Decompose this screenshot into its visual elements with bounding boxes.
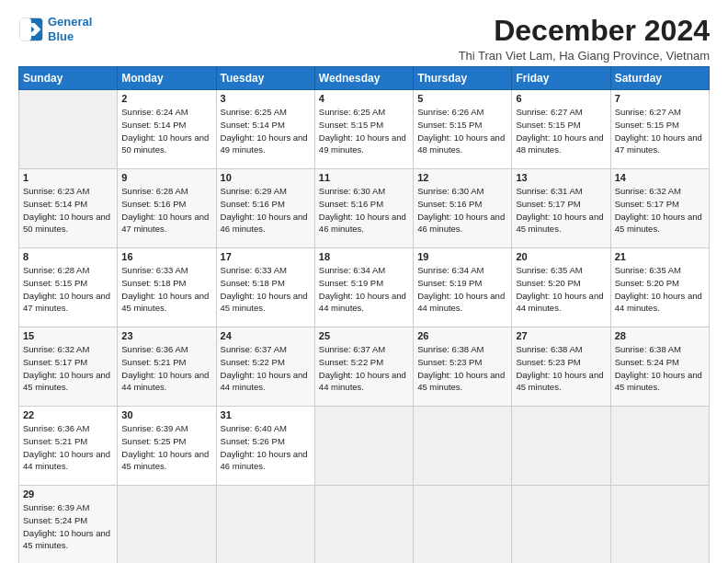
table-row: 9Sunrise: 6:28 AMSunset: 5:16 PMDaylight…: [118, 169, 216, 248]
day-number: 14: [615, 172, 705, 183]
day-info: Sunrise: 6:40 AMSunset: 5:26 PMDaylight:…: [221, 422, 311, 473]
page: General Blue December 2024 Thi Tran Viet…: [0, 0, 728, 563]
col-sunday: Sunday: [19, 67, 118, 90]
day-number: 11: [319, 172, 409, 183]
day-info: Sunrise: 6:31 AMSunset: 5:17 PMDaylight:…: [516, 185, 606, 236]
day-number: 25: [319, 330, 409, 341]
logo-general: General: [48, 15, 92, 29]
day-info: Sunrise: 6:37 AMSunset: 5:22 PMDaylight:…: [319, 343, 409, 394]
day-info: Sunrise: 6:28 AMSunset: 5:16 PMDaylight:…: [121, 185, 211, 236]
day-info: Sunrise: 6:32 AMSunset: 5:17 PMDaylight:…: [23, 343, 113, 394]
table-row: [610, 407, 709, 486]
calendar-row: 2Sunrise: 6:24 AMSunset: 5:14 PMDaylight…: [19, 90, 710, 169]
header: General Blue December 2024 Thi Tran Viet…: [18, 15, 710, 63]
col-friday: Friday: [512, 67, 610, 90]
table-row: [512, 407, 610, 486]
col-monday: Monday: [118, 67, 216, 90]
table-row: 29Sunrise: 6:39 AMSunset: 5:24 PMDayligh…: [19, 486, 118, 563]
table-row: 11Sunrise: 6:30 AMSunset: 5:16 PMDayligh…: [314, 169, 413, 248]
day-number: 13: [516, 172, 606, 183]
day-info: Sunrise: 6:32 AMSunset: 5:17 PMDaylight:…: [615, 185, 705, 236]
day-number: 26: [417, 330, 507, 341]
table-row: 16Sunrise: 6:33 AMSunset: 5:18 PMDayligh…: [118, 248, 216, 327]
day-info: Sunrise: 6:35 AMSunset: 5:20 PMDaylight:…: [615, 264, 705, 315]
table-row: 13Sunrise: 6:31 AMSunset: 5:17 PMDayligh…: [512, 169, 610, 248]
calendar-header: Sunday Monday Tuesday Wednesday Thursday…: [19, 67, 710, 90]
table-row: 27Sunrise: 6:38 AMSunset: 5:23 PMDayligh…: [512, 327, 610, 407]
table-row: [118, 486, 216, 563]
day-number: 4: [319, 93, 409, 104]
table-row: 14Sunrise: 6:32 AMSunset: 5:17 PMDayligh…: [610, 169, 709, 248]
day-number: 10: [221, 172, 311, 183]
table-row: 23Sunrise: 6:36 AMSunset: 5:21 PMDayligh…: [118, 327, 216, 407]
calendar-table: Sunday Monday Tuesday Wednesday Thursday…: [18, 66, 710, 563]
table-row: 20Sunrise: 6:35 AMSunset: 5:20 PMDayligh…: [512, 248, 610, 327]
day-number: 24: [221, 330, 311, 341]
logo-blue: Blue: [48, 29, 74, 43]
day-info: Sunrise: 6:38 AMSunset: 5:24 PMDaylight:…: [615, 343, 705, 394]
day-info: Sunrise: 6:33 AMSunset: 5:18 PMDaylight:…: [121, 264, 211, 315]
table-row: [216, 486, 314, 563]
day-number: 18: [319, 251, 409, 262]
table-row: 10Sunrise: 6:29 AMSunset: 5:16 PMDayligh…: [216, 169, 314, 248]
logo-text: General Blue: [48, 15, 92, 43]
calendar-row: 22Sunrise: 6:36 AMSunset: 5:21 PMDayligh…: [19, 407, 710, 486]
day-info: Sunrise: 6:25 AMSunset: 5:15 PMDaylight:…: [319, 106, 409, 156]
day-number: 3: [221, 93, 311, 104]
day-info: Sunrise: 6:26 AMSunset: 5:15 PMDaylight:…: [417, 106, 507, 156]
day-info: Sunrise: 6:30 AMSunset: 5:16 PMDaylight:…: [319, 185, 409, 236]
table-row: 2Sunrise: 6:24 AMSunset: 5:14 PMDaylight…: [118, 90, 216, 169]
table-row: 5Sunrise: 6:26 AMSunset: 5:15 PMDaylight…: [414, 90, 512, 169]
table-row: [414, 407, 512, 486]
calendar-row: 15Sunrise: 6:32 AMSunset: 5:17 PMDayligh…: [19, 327, 710, 407]
day-number: 1: [23, 172, 113, 183]
header-row: Sunday Monday Tuesday Wednesday Thursday…: [19, 67, 710, 90]
day-number: 29: [23, 488, 113, 500]
table-row: 15Sunrise: 6:32 AMSunset: 5:17 PMDayligh…: [19, 327, 118, 407]
day-info: Sunrise: 6:23 AMSunset: 5:14 PMDaylight:…: [23, 185, 113, 236]
day-info: Sunrise: 6:36 AMSunset: 5:21 PMDaylight:…: [121, 343, 211, 394]
table-row: 21Sunrise: 6:35 AMSunset: 5:20 PMDayligh…: [610, 248, 709, 327]
logo-icon: [18, 17, 44, 42]
table-row: 19Sunrise: 6:34 AMSunset: 5:19 PMDayligh…: [414, 248, 512, 327]
day-info: Sunrise: 6:36 AMSunset: 5:21 PMDaylight:…: [23, 422, 113, 473]
day-info: Sunrise: 6:24 AMSunset: 5:14 PMDaylight:…: [121, 106, 211, 156]
day-info: Sunrise: 6:34 AMSunset: 5:19 PMDaylight:…: [417, 264, 507, 315]
day-info: Sunrise: 6:35 AMSunset: 5:20 PMDaylight:…: [516, 264, 606, 315]
subtitle: Thi Tran Viet Lam, Ha Giang Province, Vi…: [459, 49, 710, 63]
day-info: Sunrise: 6:27 AMSunset: 5:15 PMDaylight:…: [615, 106, 705, 156]
calendar-body: 2Sunrise: 6:24 AMSunset: 5:14 PMDaylight…: [19, 90, 710, 563]
table-row: 30Sunrise: 6:39 AMSunset: 5:25 PMDayligh…: [118, 407, 216, 486]
table-row: [414, 486, 512, 563]
day-number: 12: [417, 172, 507, 183]
table-row: 24Sunrise: 6:37 AMSunset: 5:22 PMDayligh…: [216, 327, 314, 407]
day-number: 19: [417, 251, 507, 262]
col-tuesday: Tuesday: [216, 67, 314, 90]
table-row: 17Sunrise: 6:33 AMSunset: 5:18 PMDayligh…: [216, 248, 314, 327]
table-row: [19, 90, 118, 169]
day-info: Sunrise: 6:27 AMSunset: 5:15 PMDaylight:…: [516, 106, 606, 156]
day-number: 8: [23, 251, 113, 262]
day-number: 22: [23, 409, 113, 420]
day-number: 7: [615, 93, 705, 104]
day-info: Sunrise: 6:33 AMSunset: 5:18 PMDaylight:…: [221, 264, 311, 315]
day-number: 27: [516, 330, 606, 341]
day-number: 5: [417, 93, 507, 104]
day-info: Sunrise: 6:28 AMSunset: 5:15 PMDaylight:…: [23, 264, 113, 315]
table-row: 22Sunrise: 6:36 AMSunset: 5:21 PMDayligh…: [19, 407, 118, 486]
table-row: [314, 407, 413, 486]
day-number: 2: [121, 93, 211, 104]
day-number: 21: [615, 251, 705, 262]
table-row: 7Sunrise: 6:27 AMSunset: 5:15 PMDaylight…: [610, 90, 709, 169]
day-number: 16: [121, 251, 211, 262]
day-number: 30: [121, 409, 211, 420]
table-row: 12Sunrise: 6:30 AMSunset: 5:16 PMDayligh…: [414, 169, 512, 248]
table-row: 18Sunrise: 6:34 AMSunset: 5:19 PMDayligh…: [314, 248, 413, 327]
table-row: 3Sunrise: 6:25 AMSunset: 5:14 PMDaylight…: [216, 90, 314, 169]
day-info: Sunrise: 6:37 AMSunset: 5:22 PMDaylight:…: [221, 343, 311, 394]
day-info: Sunrise: 6:38 AMSunset: 5:23 PMDaylight:…: [516, 343, 606, 394]
title-block: December 2024 Thi Tran Viet Lam, Ha Gian…: [459, 15, 710, 63]
day-info: Sunrise: 6:39 AMSunset: 5:25 PMDaylight:…: [121, 422, 211, 473]
table-row: 6Sunrise: 6:27 AMSunset: 5:15 PMDaylight…: [512, 90, 610, 169]
day-info: Sunrise: 6:34 AMSunset: 5:19 PMDaylight:…: [319, 264, 409, 315]
